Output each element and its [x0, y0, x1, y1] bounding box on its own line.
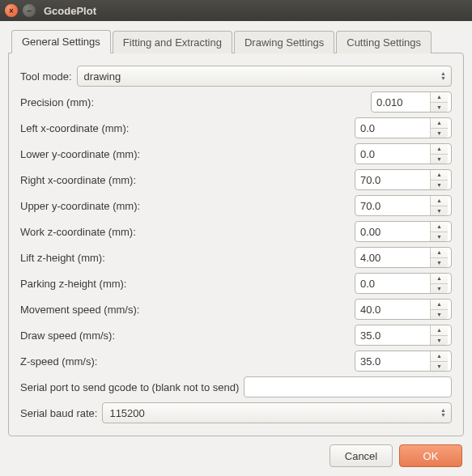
spin-up-icon[interactable]: ▲: [431, 351, 448, 362]
tool-mode-value: drawing: [84, 70, 121, 83]
row-move-speed: Movement speed (mm/s): ▲▼: [20, 296, 452, 322]
label-right-x: Right x-coordinate (mm):: [20, 174, 136, 186]
move-speed-input[interactable]: [355, 300, 430, 319]
tab-label: General Settings: [22, 36, 100, 48]
tab-general-settings[interactable]: General Settings: [11, 30, 111, 53]
label-parking-z: Parking z-height (mm):: [20, 278, 126, 290]
spin-up-icon[interactable]: ▲: [431, 300, 448, 310]
row-lower-y: Lower y-coordinate (mm): ▲▼: [20, 141, 452, 167]
tab-drawing-settings[interactable]: Drawing Settings: [234, 31, 334, 53]
minimize-icon[interactable]: –: [23, 4, 36, 17]
spin-down-icon[interactable]: ▼: [431, 232, 448, 242]
baud-rate-dropdown[interactable]: 115200 ▲▼: [102, 402, 452, 423]
label-draw-speed: Draw speed (mm/s):: [20, 329, 115, 342]
draw-speed-input[interactable]: [355, 325, 430, 345]
serial-port-input[interactable]: [244, 376, 452, 397]
ok-label: OK: [423, 450, 439, 462]
spin-down-icon[interactable]: ▼: [431, 206, 448, 216]
ok-button[interactable]: OK: [399, 444, 462, 467]
tab-strip: General Settings Fitting and Extracting …: [11, 29, 464, 53]
label-work-z: Work z-coordinate (mm):: [20, 226, 136, 238]
lift-z-input[interactable]: [355, 248, 430, 267]
dialog-footer: Cancel OK: [8, 436, 464, 467]
spin-up-icon[interactable]: ▲: [431, 170, 448, 181]
spin-up-icon[interactable]: ▲: [431, 248, 448, 258]
tab-panel-general: Tool mode: drawing ▲▼ Precision (mm): ▲▼…: [8, 53, 464, 436]
spin-up-icon[interactable]: ▲: [431, 196, 448, 206]
row-work-z: Work z-coordinate (mm): ▲▼: [20, 219, 452, 244]
tab-label: Fitting and Extracting: [123, 36, 222, 49]
row-serial-port: Serial port to send gcode to (blank not …: [20, 374, 452, 400]
row-left-x: Left x-coordinate (mm): ▲▼: [20, 115, 452, 141]
label-lower-y: Lower y-coordinate (mm):: [20, 148, 140, 160]
tab-fitting-extracting[interactable]: Fitting and Extracting: [113, 31, 232, 53]
label-left-x: Left x-coordinate (mm):: [20, 122, 129, 134]
chevron-updown-icon: ▲▼: [440, 71, 446, 81]
titlebar: × – GcodePlot: [0, 0, 472, 21]
spin-down-icon[interactable]: ▼: [431, 181, 448, 190]
label-precision: Precision (mm):: [20, 96, 94, 108]
row-baud-rate: Serial baud rate: 115200 ▲▼: [20, 400, 452, 426]
chevron-updown-icon: ▲▼: [440, 408, 446, 418]
spin-up-icon[interactable]: ▲: [431, 118, 448, 129]
label-serial-port: Serial port to send gcode to (blank not …: [20, 381, 239, 393]
cancel-button[interactable]: Cancel: [330, 444, 393, 467]
spin-up-icon[interactable]: ▲: [431, 92, 448, 103]
spin-down-icon[interactable]: ▼: [431, 284, 448, 294]
spin-down-icon[interactable]: ▼: [431, 310, 448, 320]
lower-y-spinner[interactable]: ▲▼: [355, 143, 452, 164]
tool-mode-dropdown[interactable]: drawing ▲▼: [77, 66, 452, 87]
spin-up-icon[interactable]: ▲: [431, 222, 448, 232]
tab-label: Cutting Settings: [347, 36, 421, 49]
precision-spinner[interactable]: ▲▼: [371, 91, 452, 113]
label-upper-y: Upper y-coordinate (mm):: [20, 200, 140, 212]
work-z-spinner[interactable]: ▲▼: [355, 221, 452, 242]
spin-down-icon[interactable]: ▼: [431, 103, 448, 113]
z-speed-input[interactable]: [355, 351, 430, 371]
left-x-spinner[interactable]: ▲▼: [355, 117, 452, 138]
spin-down-icon[interactable]: ▼: [431, 336, 448, 346]
lower-y-input[interactable]: [355, 144, 430, 164]
right-x-spinner[interactable]: ▲▼: [355, 169, 452, 190]
label-baud-rate: Serial baud rate:: [20, 407, 97, 419]
row-lift-z: Lift z-height (mm): ▲▼: [20, 244, 452, 270]
row-upper-y: Upper y-coordinate (mm): ▲▼: [20, 193, 452, 219]
cancel-label: Cancel: [345, 450, 377, 462]
work-z-input[interactable]: [355, 222, 430, 241]
baud-rate-value: 115200: [109, 407, 144, 419]
window-body: General Settings Fitting and Extracting …: [0, 21, 472, 475]
spin-down-icon[interactable]: ▼: [431, 258, 448, 268]
spin-down-icon[interactable]: ▼: [431, 155, 448, 164]
label-z-speed: Z-speed (mm/s):: [20, 355, 97, 368]
spin-down-icon[interactable]: ▼: [431, 362, 448, 372]
window-title: GcodePlot: [44, 5, 96, 17]
label-tool-mode: Tool mode:: [20, 70, 72, 83]
z-speed-spinner[interactable]: ▲▼: [355, 351, 452, 372]
row-z-speed: Z-speed (mm/s): ▲▼: [20, 348, 452, 374]
upper-y-input[interactable]: [355, 196, 430, 215]
left-x-input[interactable]: [355, 118, 430, 138]
spin-up-icon[interactable]: ▲: [431, 144, 448, 155]
lift-z-spinner[interactable]: ▲▼: [355, 247, 452, 268]
close-icon[interactable]: ×: [5, 4, 18, 17]
row-draw-speed: Draw speed (mm/s): ▲▼: [20, 322, 452, 348]
parking-z-input[interactable]: [355, 274, 430, 293]
draw-speed-spinner[interactable]: ▲▼: [355, 325, 452, 346]
label-lift-z: Lift z-height (mm):: [20, 252, 105, 264]
tab-label: Drawing Settings: [245, 36, 324, 49]
row-parking-z: Parking z-height (mm): ▲▼: [20, 270, 452, 296]
spin-down-icon[interactable]: ▼: [431, 129, 448, 138]
spin-up-icon[interactable]: ▲: [431, 274, 448, 284]
tab-cutting-settings[interactable]: Cutting Settings: [336, 31, 432, 53]
precision-input[interactable]: [372, 92, 430, 112]
row-right-x: Right x-coordinate (mm): ▲▼: [20, 167, 452, 193]
row-precision: Precision (mm): ▲▼: [20, 89, 452, 115]
right-x-input[interactable]: [355, 170, 430, 189]
spin-up-icon[interactable]: ▲: [431, 325, 448, 336]
label-move-speed: Movement speed (mm/s):: [20, 304, 139, 316]
upper-y-spinner[interactable]: ▲▼: [355, 195, 452, 216]
move-speed-spinner[interactable]: ▲▼: [355, 299, 452, 320]
parking-z-spinner[interactable]: ▲▼: [355, 273, 452, 294]
row-tool-mode: Tool mode: drawing ▲▼: [20, 63, 452, 89]
